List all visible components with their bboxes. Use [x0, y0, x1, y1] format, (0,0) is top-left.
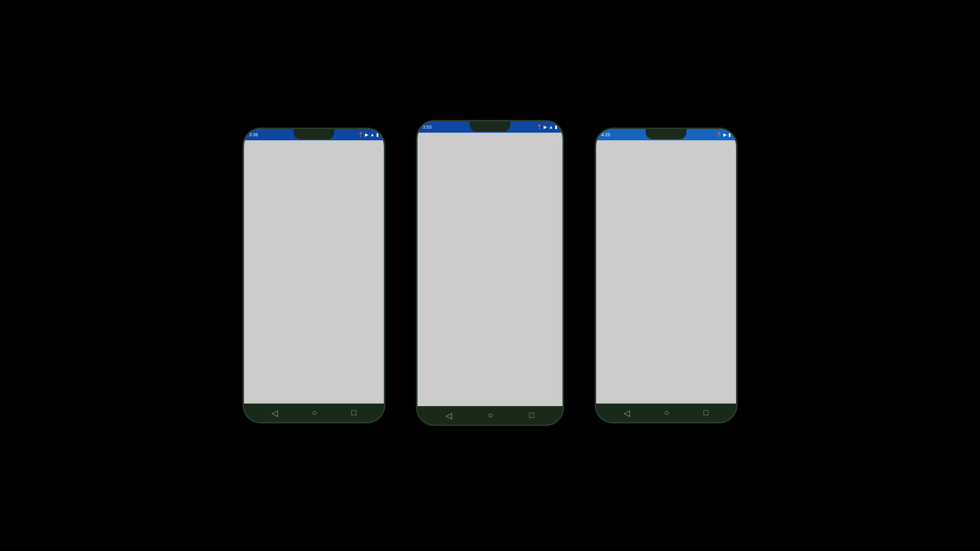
phone-screen-3: 4:25 📍 ▶ ▮ ↱ Crowfoot Rise NW 1.5 km	[596, 129, 736, 404]
back-btn-2[interactable]: ◁	[446, 411, 452, 420]
phone-1: 3:36 📍 ▶ ▲ ▮ 16:22:28-4 W5 13 Search her…	[242, 128, 385, 423]
bottom-bar-2: ◁ ○ □	[418, 406, 562, 424]
sig-icon-2: ▶	[544, 124, 547, 130]
home-btn-2[interactable]: ○	[488, 411, 493, 420]
status-time-1: 3:36	[249, 132, 258, 137]
status-icon-wifi: ▲	[370, 132, 375, 137]
status-icons-1: 📍 ▶ ▲ ▮	[358, 132, 379, 137]
status-icon-location: 📍	[358, 132, 363, 137]
bottom-bar-3: ◁ ○ □	[596, 404, 736, 422]
phone-notch-2	[470, 121, 510, 132]
recents-btn-1[interactable]: □	[352, 408, 357, 417]
phone-screen-1: 3:36 📍 ▶ ▲ ▮ 16:22:28-4 W5 13 Search her…	[244, 129, 384, 404]
phone-notch-3	[646, 129, 687, 139]
status-icons-2: 📍 ▶ ▲ ▮	[536, 124, 557, 130]
status-icons-3: 📍 ▶ ▮	[716, 132, 731, 137]
loc-icon-3: 📍	[716, 132, 722, 137]
recents-btn-3[interactable]: □	[704, 408, 709, 417]
recents-btn-2[interactable]: □	[529, 411, 534, 420]
phone-notch-1	[293, 129, 334, 139]
status-icon-battery: ▮	[376, 132, 379, 137]
home-btn-3[interactable]: ○	[664, 408, 669, 417]
bottom-bar-1: ◁ ○ □	[244, 404, 384, 422]
status-icon-signal: ▶	[365, 132, 369, 137]
bat-icon-3: ▮	[728, 132, 731, 137]
loc-icon-2: 📍	[536, 124, 542, 130]
back-btn-1[interactable]: ◁	[272, 408, 278, 418]
wifi-icon-2: ▲	[549, 124, 553, 130]
bat-icon-2: ▮	[555, 124, 557, 130]
home-btn-1[interactable]: ○	[312, 408, 317, 417]
phone-3: 4:25 📍 ▶ ▮ ↱ Crowfoot Rise NW 1.5 km	[595, 128, 738, 423]
back-btn-3[interactable]: ◁	[624, 408, 630, 418]
sig-icon-3: ▶	[723, 132, 727, 137]
status-time-2: 3:53	[423, 124, 432, 130]
phone-screen-2: 3:53 📍 ▶ ▲ ▮ 3-18-13-21-W4 Township Rd 1…	[418, 121, 562, 406]
phone-2: 3:53 📍 ▶ ▲ ▮ 3-18-13-21-W4 Township Rd 1…	[416, 120, 564, 426]
status-time-3: 4:25	[601, 132, 610, 137]
